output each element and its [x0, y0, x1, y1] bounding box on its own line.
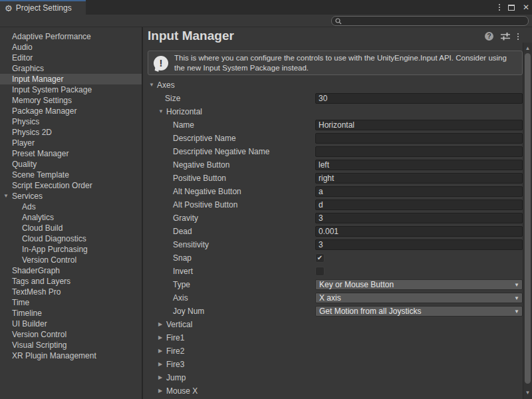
label-vertical[interactable]: Vertical — [166, 318, 192, 331]
sidebar-item-in-app-purchasing[interactable]: In-App Purchasing — [0, 244, 142, 255]
vertical-scrollbar: ▲ ▼ — [523, 43, 532, 399]
label-invert: Invert — [173, 265, 193, 278]
field-name[interactable] — [315, 120, 523, 130]
row-horizontal: ▼Horizontal — [143, 105, 523, 118]
sidebar-item-version-control[interactable]: Version Control — [0, 255, 142, 265]
more-options-icon[interactable] — [517, 33, 519, 40]
row-descriptive-name: Descriptive Name — [143, 132, 523, 145]
foldout-open-icon[interactable]: ▼ — [149, 78, 154, 92]
foldout-closed-icon[interactable]: ▶ — [158, 331, 162, 344]
foldout-closed-icon[interactable]: ▶ — [158, 384, 162, 398]
sidebar-item-memory-settings[interactable]: Memory Settings — [0, 95, 142, 106]
field-positive-button[interactable] — [315, 173, 523, 184]
maximize-icon[interactable] — [508, 5, 515, 11]
sidebar-item-timeline[interactable]: Timeline — [0, 308, 142, 319]
foldout-closed-icon[interactable]: ▶ — [158, 358, 162, 371]
dropdown-axis[interactable]: X axis▼ — [315, 293, 523, 303]
search-input[interactable] — [344, 17, 525, 25]
sidebar-item-audio[interactable]: Audio — [0, 42, 142, 53]
sidebar-item-input-manager[interactable]: Input Manager — [0, 74, 142, 84]
field-negative-button[interactable] — [315, 160, 523, 170]
sidebar-item-scene-template[interactable]: Scene Template — [0, 170, 142, 180]
tab-label: Project Settings — [16, 3, 72, 13]
sidebar-item-adaptive-performance[interactable]: Adaptive Performance — [0, 31, 142, 42]
sidebar-item-label: Version Control — [12, 330, 66, 339]
sidebar-item-quality[interactable]: Quality — [0, 159, 142, 170]
scrollbar-thumb[interactable] — [525, 53, 531, 384]
sidebar-item-editor[interactable]: Editor — [0, 53, 142, 63]
search-box[interactable] — [331, 16, 529, 26]
sidebar-item-physics-2d[interactable]: Physics 2D — [0, 127, 142, 138]
sidebar-item-time[interactable]: Time — [0, 297, 142, 308]
project-settings-window: ⚙ Project Settings ✕ Adaptive Performanc… — [0, 0, 532, 399]
foldout-open-icon[interactable]: ▼ — [158, 105, 164, 118]
help-icon[interactable]: ? — [485, 32, 493, 41]
window-controls: ✕ — [499, 0, 529, 15]
sidebar-item-script-execution-order[interactable]: Script Execution Order — [0, 180, 142, 191]
sidebar-item-ui-builder[interactable]: UI Builder — [0, 319, 142, 329]
sidebar-item-tags-and-layers[interactable]: Tags and Layers — [0, 276, 142, 287]
sidebar-item-preset-manager[interactable]: Preset Manager — [0, 148, 142, 159]
sidebar-item-cloud-diagnostics[interactable]: Cloud Diagnostics — [0, 233, 142, 244]
checkbox-invert[interactable] — [315, 267, 325, 276]
foldout-closed-icon[interactable]: ▶ — [158, 318, 162, 331]
sidebar-item-xr-plugin-management[interactable]: XR Plugin Management — [0, 350, 142, 361]
checkbox-snap[interactable]: ✔ — [315, 253, 325, 263]
sidebar-item-shadergraph[interactable]: ShaderGraph — [0, 265, 142, 276]
field-descriptive-negative-name[interactable] — [315, 146, 523, 157]
sidebar-item-label: Adaptive Performance — [12, 32, 91, 41]
preset-sliders-icon[interactable] — [501, 32, 510, 41]
sidebar-item-services[interactable]: ▼Services — [0, 191, 142, 201]
label-mouse-x[interactable]: Mouse X — [166, 384, 198, 398]
sidebar-item-label: In-App Purchasing — [22, 245, 88, 254]
label-fire3[interactable]: Fire3 — [166, 358, 184, 371]
field-gravity[interactable] — [315, 213, 523, 223]
dropdown-joy-num[interactable]: Get Motion from all Joysticks▼ — [315, 306, 523, 317]
label-fire1[interactable]: Fire1 — [166, 331, 184, 344]
field-alt-positive-button[interactable] — [315, 200, 523, 210]
sidebar-item-label: Ads — [22, 202, 36, 211]
close-icon[interactable]: ✕ — [523, 3, 529, 11]
header-icons: ? — [485, 32, 519, 41]
foldout-open-icon[interactable]: ▼ — [3, 191, 9, 201]
field-dead[interactable] — [315, 226, 523, 237]
sidebar-item-version-control[interactable]: Version Control — [0, 329, 142, 340]
field-size[interactable] — [315, 93, 523, 104]
field-sensitivity[interactable] — [315, 239, 523, 250]
label-jump[interactable]: Jump — [166, 371, 186, 384]
sidebar-item-label: Editor — [12, 53, 33, 63]
row-alt-positive-button: Alt Positive Button — [143, 198, 523, 211]
label-joy-num: Joy Num — [173, 305, 204, 318]
label-horizontal[interactable]: Horizontal — [166, 105, 202, 118]
sidebar-item-cloud-build[interactable]: Cloud Build — [0, 223, 142, 233]
sidebar-item-player[interactable]: Player — [0, 138, 142, 148]
dropdown-type[interactable]: Key or Mouse Button▼ — [315, 279, 523, 290]
sidebar-item-package-manager[interactable]: Package Manager — [0, 106, 142, 116]
sidebar-item-input-system-package[interactable]: Input System Package — [0, 84, 142, 95]
helpbox-text: This is where you can configure the cont… — [174, 53, 510, 73]
field-alt-negative-button[interactable] — [315, 186, 523, 197]
sidebar-item-analytics[interactable]: Analytics — [0, 212, 142, 223]
sidebar-item-label: Tags and Layers — [12, 277, 70, 286]
scroll-down-icon[interactable]: ▼ — [523, 388, 532, 398]
sidebar-item-label: Visual Scripting — [12, 340, 67, 350]
sidebar-item-graphics[interactable]: Graphics — [0, 63, 142, 74]
sidebar-item-physics[interactable]: Physics — [0, 116, 142, 127]
label-axes[interactable]: Axes — [157, 78, 175, 92]
row-vertical: ▶Vertical — [143, 318, 523, 331]
sidebar-item-label: Player — [12, 138, 35, 148]
window-menu-icon[interactable] — [499, 4, 500, 11]
field-descriptive-name[interactable] — [315, 133, 523, 144]
tab-project-settings[interactable]: ⚙ Project Settings — [0, 1, 86, 15]
sidebar-item-textmesh-pro[interactable]: TextMesh Pro — [0, 287, 142, 297]
sidebar-item-visual-scripting[interactable]: Visual Scripting — [0, 340, 142, 350]
sidebar-item-label: Cloud Build — [22, 223, 63, 233]
sidebar-item-label: Input Manager — [12, 74, 63, 84]
foldout-closed-icon[interactable]: ▶ — [158, 344, 162, 358]
scroll-up-icon[interactable]: ▲ — [523, 44, 532, 53]
label-fire2[interactable]: Fire2 — [166, 344, 184, 358]
foldout-closed-icon[interactable]: ▶ — [158, 371, 162, 384]
sidebar-item-label: XR Plugin Management — [12, 351, 96, 360]
row-axes: ▼Axes — [143, 78, 523, 92]
sidebar-item-ads[interactable]: Ads — [0, 201, 142, 212]
